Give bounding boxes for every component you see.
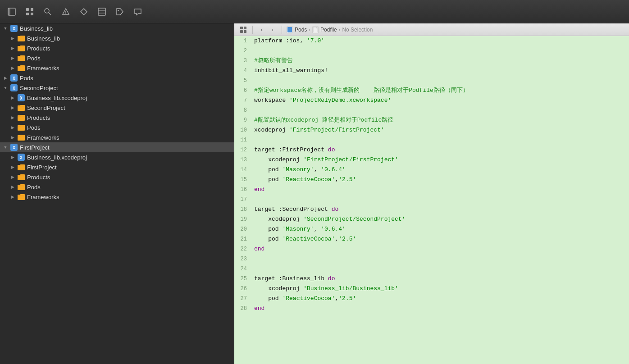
svg-line-7: [49, 13, 51, 15]
nav-forward-button[interactable]: ›: [268, 25, 277, 34]
sidebar-item-first_project_folder[interactable]: ▶ FirstProject: [0, 162, 234, 172]
line-number-8: 8: [234, 105, 252, 115]
line-content-16[interactable]: end: [252, 185, 629, 195]
svg-rect-2: [26, 8, 29, 11]
svg-text:X: X: [13, 27, 15, 31]
breadcrumb-sep1: ›: [309, 27, 310, 32]
line-number-3: 3: [234, 56, 252, 66]
sidebar-item-business_lib_xcodeproj2[interactable]: ▶ X Business_lib.xcodeproj: [0, 152, 234, 162]
line-number-27: 27: [234, 294, 252, 304]
line-number-6: 6: [234, 86, 252, 96]
tag-button[interactable]: [113, 5, 127, 19]
line-content-13[interactable]: xcodeproj 'FirstProject/FirstProject': [252, 155, 629, 165]
search-button[interactable]: [41, 5, 55, 19]
line-content-21[interactable]: pod 'ReactiveCocoa','2.5': [252, 234, 629, 244]
line-number-28: 28: [234, 304, 252, 314]
line-content-7[interactable]: workspace 'ProjectRelyDemo.xcworkspace': [252, 96, 629, 105]
sidebar-item-products_2[interactable]: ▶ Products: [0, 113, 234, 123]
line-content-19[interactable]: xcodeproj 'SecondProject/SecondProject': [252, 214, 629, 224]
sidebar-item-first_project_root[interactable]: ▼ X FirstProject: [0, 142, 234, 152]
sidebar-item-pods_1[interactable]: ▶ Pods: [0, 53, 234, 63]
sidebar-item-frameworks_3[interactable]: ▶ Frameworks: [0, 192, 234, 202]
sidebar-item-products_3[interactable]: ▶ Products: [0, 172, 234, 182]
sidebar-item-business_lib_root[interactable]: ▼ X Business_lib: [0, 23, 234, 33]
breadcrumb-podfile[interactable]: Podfile: [312, 26, 337, 33]
sidebar-item-frameworks_1[interactable]: ▶ Frameworks: [0, 63, 234, 73]
sidebar-item-products_1[interactable]: ▶ Products: [0, 43, 234, 53]
tree-arrow-second_project_folder: ▶: [9, 104, 16, 111]
tree-arrow-pods_1: ▶: [9, 55, 16, 62]
code-line-11: 11: [234, 135, 629, 145]
tree-arrow-pods_3: ▶: [9, 183, 16, 191]
line-number-22: 22: [234, 244, 252, 254]
tree-label-frameworks_3: Frameworks: [27, 194, 234, 200]
tree-icon-products_3: [17, 173, 25, 181]
code-line-4: 4inhibit_all_warnings!: [234, 66, 629, 76]
code-editor[interactable]: 1platform :ios, '7.0'23#忽略所有警告4inhibit_a…: [234, 36, 629, 364]
message-button[interactable]: [131, 5, 145, 19]
code-line-1: 1platform :ios, '7.0': [234, 36, 629, 46]
line-content-18[interactable]: target :SecondProject do: [252, 205, 629, 214]
code-line-10: 10xcodeproj 'FirstProject/FirstProject': [234, 125, 629, 135]
tree-icon-business_lib_root: X: [10, 24, 18, 32]
sidebar-item-pods_3[interactable]: ▶ Pods: [0, 182, 234, 192]
line-content-6[interactable]: #指定workspace名称，没有则生成新的 路径是相对于Podfile路径（同…: [252, 86, 629, 96]
svg-text:X: X: [20, 155, 23, 160]
code-line-28: 28end: [234, 304, 629, 314]
line-content-20[interactable]: pod 'Masonry', '0.6.4': [252, 224, 629, 234]
line-content-27[interactable]: pod 'ReactiveCocoa','2.5': [252, 294, 629, 304]
warning-button[interactable]: [59, 5, 73, 19]
tree-label-business_lib_xcodeproj2: Business_lib.xcodeproj: [27, 154, 234, 161]
line-content-14[interactable]: pod 'Masonry', '0.6.4': [252, 165, 629, 175]
breadcrumb-nav: ‹ ›: [257, 25, 277, 34]
tree-label-first_project_root: FirstProject: [20, 144, 234, 151]
tree-arrow-pods_2: ▶: [9, 124, 16, 131]
breadcrumb-pods[interactable]: Pods: [287, 26, 307, 33]
tree-icon-frameworks_1: [17, 64, 25, 72]
line-content-4[interactable]: inhibit_all_warnings!: [252, 66, 629, 76]
line-content-10[interactable]: xcodeproj 'FirstProject/FirstProject': [252, 125, 629, 135]
line-content-12[interactable]: target :FirstProject do: [252, 145, 629, 155]
hierarchy-button[interactable]: [23, 5, 37, 19]
line-content-9[interactable]: #配置默认的xcodeproj 路径是相对于Podfile路径: [252, 115, 629, 125]
line-content-3[interactable]: #忽略所有警告: [252, 56, 629, 66]
line-content-22[interactable]: end: [252, 244, 629, 254]
tree-arrow-first_project_folder: ▶: [9, 164, 16, 171]
tree-label-first_project_folder: FirstProject: [27, 164, 234, 171]
code-line-2: 2: [234, 46, 629, 56]
line-number-15: 15: [234, 175, 252, 185]
svg-point-13: [118, 10, 119, 11]
tree-label-products_2: Products: [27, 114, 234, 121]
svg-rect-30: [287, 27, 292, 32]
sidebar-item-pods_root[interactable]: ▶ X Pods: [0, 73, 234, 83]
tree-arrow-frameworks_1: ▶: [9, 64, 16, 72]
line-content-26[interactable]: xcodeproj 'Business_lib/Business_lib': [252, 284, 629, 294]
line-number-12: 12: [234, 145, 252, 155]
tree-label-products_1: Products: [27, 45, 234, 52]
sidebar-item-pods_2[interactable]: ▶ Pods: [0, 123, 234, 132]
tree-arrow-products_1: ▶: [9, 45, 16, 52]
sidebar-item-second_project_folder[interactable]: ▶ SecondProject: [0, 103, 234, 113]
editor-grid-icon[interactable]: [239, 25, 248, 34]
line-content-1[interactable]: platform :ios, '7.0': [252, 36, 629, 46]
line-content-25[interactable]: target :Business_lib do: [252, 274, 629, 284]
grid-button[interactable]: [95, 5, 109, 19]
code-line-13: 13 xcodeproj 'FirstProject/FirstProject': [234, 155, 629, 165]
line-content-15[interactable]: pod 'ReactiveCocoa','2.5': [252, 175, 629, 185]
breadcrumb-bar: ‹ › Pods ›: [234, 23, 629, 36]
line-content-28[interactable]: end: [252, 304, 629, 314]
code-line-23: 23: [234, 254, 629, 264]
sidebar-item-business_lib_xcodeproj[interactable]: ▶ X Business_lib.xcodeproj: [0, 93, 234, 103]
navigator-button[interactable]: [5, 5, 19, 19]
diamond-button[interactable]: [77, 5, 91, 19]
tree-arrow-second_project_root: ▼: [2, 84, 9, 91]
tree-icon-first_project_folder: [17, 163, 25, 171]
svg-text:X: X: [13, 76, 15, 81]
sidebar-item-frameworks_2[interactable]: ▶ Frameworks: [0, 132, 234, 142]
sidebar-item-business_lib_folder[interactable]: ▶ Business_lib: [0, 33, 234, 43]
main-content: ▼ X Business_lib▶ Business_lib▶ Products…: [0, 23, 629, 364]
breadcrumb-sep2: ›: [339, 27, 341, 32]
nav-back-button[interactable]: ‹: [257, 25, 266, 34]
tree-arrow-business_lib_xcodeproj2: ▶: [9, 154, 16, 161]
sidebar-item-second_project_root[interactable]: ▼ X SecondProject: [0, 83, 234, 93]
